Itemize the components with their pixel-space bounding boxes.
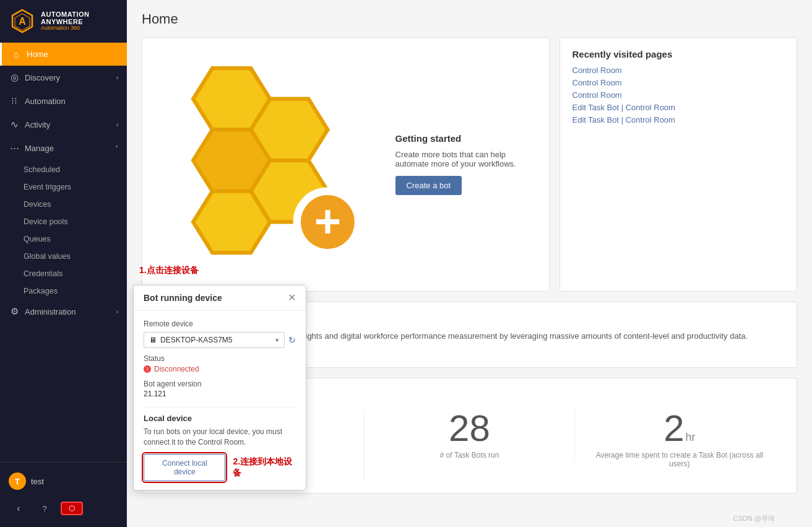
activity-icon: ∿ [9,119,20,130]
task-bots-label: # of Task Bots run [440,451,499,459]
getting-started-title: Getting started [395,133,537,144]
chevron-right-icon3: › [116,308,118,315]
sidebar-item-scheduled[interactable]: Scheduled [0,161,127,178]
avg-time-number: 2 [663,410,684,447]
sidebar-home-label: Home [27,50,48,59]
metric-task-bots: 28 # of Task Bots run [365,410,574,459]
getting-started-content: Getting started Create more bots that ca… [395,133,537,195]
close-icon[interactable]: ✕ [288,293,296,303]
sidebar-item-devices[interactable]: Devices [0,196,127,213]
connect-row: Connect local device 2.连接到本地设备 [144,454,296,481]
sidebar-item-global-values[interactable]: Global values [0,248,127,265]
sidebar-item-administration[interactable]: ⚙ Administration › [0,300,127,323]
main-content: Home + Getting started Create more bots … [127,0,812,527]
device-name: DESKTOP-KASS7M5 [160,336,272,344]
device-dropdown-row: 🖥 DESKTOP-KASS7M5 ▾ ↻ [144,332,296,348]
help-icon-btn[interactable]: ? [35,499,54,518]
popup-body: Remote device 🖥 DESKTOP-KASS7M5 ▾ ↻ Stat… [134,311,306,490]
status-row: Status ! Disconnected [144,354,296,373]
recent-link-0[interactable]: Control Room [572,66,785,75]
sidebar-bottom: T test ‹ ? ⬡ [0,462,127,527]
recent-link-2[interactable]: Control Room [572,90,785,100]
status-label: Status [144,354,296,363]
avg-time-label: Average time spent to create a Task Bot … [585,451,774,468]
discovery-icon: ◎ [9,72,20,83]
csdn-watermark: CSDN @寻琦 [733,514,775,523]
sidebar-item-credentials[interactable]: Credentials [0,265,127,282]
sidebar-item-packages[interactable]: Packages [0,282,127,300]
status-error-icon: ! [144,365,151,373]
admin-icon: ⚙ [9,306,20,317]
remote-device-label: Remote device [144,320,296,328]
sidebar-item-activity[interactable]: ∿ Activity › [0,113,127,136]
svg-text:+: + [314,196,342,247]
local-device-text: To run bots on your local device, you mu… [144,427,296,448]
page-title: Home [142,11,797,27]
sidebar-item-event-triggers[interactable]: Event triggers [0,178,127,196]
back-button[interactable]: ‹ [9,499,28,518]
avg-time-value-row: 2 hr [663,410,695,447]
sidebar-automation-label: Automation [25,97,66,106]
status-text: Disconnected [154,365,199,373]
sidebar-discovery-label: Discovery [25,73,60,82]
manage-subnav: Scheduled Event triggers Devices Device … [0,161,127,300]
home-icon: ⌂ [11,49,22,59]
popup-title: Bot running device [144,293,222,303]
recent-link-3[interactable]: Edit Task Bot | Control Room [572,103,785,112]
manage-icon: ⋯ [9,142,20,154]
sidebar-item-home[interactable]: ⌂ Home [0,43,127,66]
sidebar-item-automation[interactable]: ⁝⁝ Automation [0,89,127,113]
sidebar-item-manage[interactable]: ⋯ Manage ˅ [0,136,127,160]
chevron-right-icon: › [116,74,118,81]
footer-icons: ‹ ? ⬡ [0,495,127,522]
recently-visited-card: Recently visited pages Control Room Cont… [559,37,798,292]
connect-local-device-button[interactable]: Connect local device [144,454,225,481]
sidebar-admin-label: Administration [25,307,76,316]
agent-version-value: 21.121 [144,390,296,398]
create-bot-button[interactable]: Create a bot [395,176,462,195]
chevron-down-icon: ˅ [115,145,118,152]
chevron-right-icon2: › [116,121,118,128]
device-select[interactable]: 🖥 DESKTOP-KASS7M5 ▾ [144,332,285,348]
avatar: T [9,473,26,490]
recent-link-4[interactable]: Edit Task Bot | Control Room [572,115,785,124]
refresh-icon[interactable]: ↻ [288,335,296,345]
local-device-title: Local device [144,414,296,423]
svg-marker-7 [193,191,270,253]
bot-agent-button[interactable]: ⬡ [61,502,83,515]
svg-text:A: A [19,16,26,27]
top-cards-row: + Getting started Create more bots that … [142,37,797,292]
sidebar: A AUTOMATION ANYWHERE Automation 360 ⌂ H… [0,0,127,527]
status-value: ! Disconnected [144,365,296,373]
sidebar-manage-label: Manage [25,144,54,153]
recently-visited-title: Recently visited pages [572,49,785,59]
popup-divider [144,407,296,407]
sidebar-activity-label: Activity [25,120,50,129]
agent-version-label: Bot agent version [144,380,296,388]
user-row: T test [0,468,127,495]
brand-sub: Automation 360 [41,25,90,32]
popup-card: Bot running device ✕ Remote device 🖥 DES… [133,285,306,490]
task-bots-value: 28 [449,410,490,447]
chevron-down-icon: ▾ [275,336,279,344]
logo-icon: A [9,7,36,35]
honeycomb-illustration: + [155,49,386,280]
annotation-text-2: 2.连接到本地设备 [233,456,296,479]
sidebar-item-device-pools[interactable]: Device pools [0,213,127,230]
sidebar-item-discovery[interactable]: ◎ Discovery › [0,66,127,89]
monitor-icon: 🖥 [149,336,157,344]
logo-text: AUTOMATION ANYWHERE Automation 360 [41,11,90,32]
brand-name: AUTOMATION [41,11,90,18]
recent-link-1[interactable]: Control Room [572,78,785,87]
avg-time-unit: hr [686,431,696,444]
getting-started-card: + Getting started Create more bots that … [142,37,550,292]
user-name: test [31,477,44,486]
automation-icon: ⁝⁝ [9,95,20,107]
metric-avg-time: 2 hr Average time spent to create a Task… [575,410,784,468]
popup-header: Bot running device ✕ [134,285,306,311]
sidebar-item-queues[interactable]: Queues [0,230,127,248]
getting-started-desc: Create more bots that can help automate … [395,150,537,168]
logo: A AUTOMATION ANYWHERE Automation 360 [0,0,127,43]
bot-running-device-popup: 1.点击连接设备 Bot running device ✕ Remote dev… [133,285,306,490]
